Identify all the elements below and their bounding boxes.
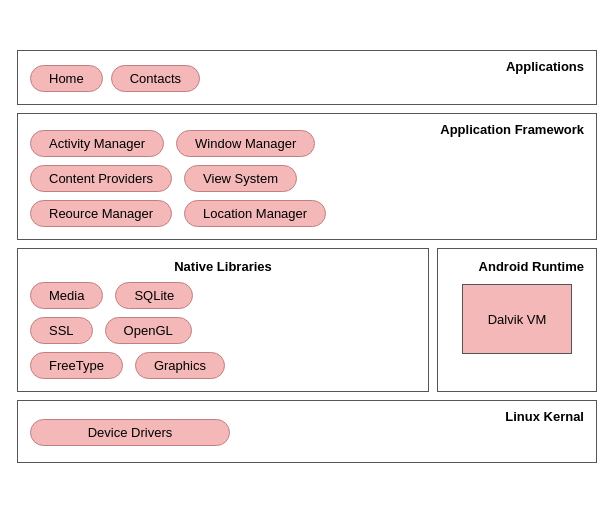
sqlite-pill: SQLite bbox=[115, 282, 193, 309]
appframework-row-2: Content Providers View System bbox=[30, 165, 584, 192]
media-pill: Media bbox=[30, 282, 103, 309]
appframework-rows: Activity Manager Window Manager Content … bbox=[30, 130, 584, 227]
freetype-pill: FreeType bbox=[30, 352, 123, 379]
content-providers-pill: Content Providers bbox=[30, 165, 172, 192]
native-row-1: Media SQLite bbox=[30, 282, 416, 309]
dalvik-vm-box: Dalvik VM bbox=[462, 284, 572, 354]
android-architecture-diagram: Applications Home Contacts Application F… bbox=[17, 50, 597, 463]
applications-layer: Applications Home Contacts bbox=[17, 50, 597, 105]
linux-label: Linux Kernal bbox=[505, 409, 584, 424]
window-manager-pill: Window Manager bbox=[176, 130, 315, 157]
view-system-pill: View System bbox=[184, 165, 297, 192]
native-row-3: FreeType Graphics bbox=[30, 352, 416, 379]
runtime-label: Android Runtime bbox=[479, 259, 584, 274]
applications-label: Applications bbox=[506, 59, 584, 74]
resource-manager-pill: Reource Manager bbox=[30, 200, 172, 227]
ssl-pill: SSL bbox=[30, 317, 93, 344]
home-pill: Home bbox=[30, 65, 103, 92]
activity-manager-pill: Activity Manager bbox=[30, 130, 164, 157]
linux-layer: Linux Kernal Device Drivers bbox=[17, 400, 597, 463]
native-label: Native Libraries bbox=[30, 259, 416, 274]
dalvik-vm-label: Dalvik VM bbox=[488, 312, 547, 327]
appframework-label: Application Framework bbox=[440, 122, 584, 137]
runtime-layer: Android Runtime Dalvik VM bbox=[437, 248, 597, 392]
opengl-pill: OpenGL bbox=[105, 317, 192, 344]
native-row-2: SSL OpenGL bbox=[30, 317, 416, 344]
appframework-layer: Application Framework Activity Manager W… bbox=[17, 113, 597, 240]
native-layer: Native Libraries Media SQLite SSL OpenGL… bbox=[17, 248, 429, 392]
location-manager-pill: Location Manager bbox=[184, 200, 326, 227]
appframework-row-3: Reource Manager Location Manager bbox=[30, 200, 584, 227]
middle-row: Native Libraries Media SQLite SSL OpenGL… bbox=[17, 248, 597, 392]
device-drivers-pill: Device Drivers bbox=[30, 419, 230, 446]
applications-pills: Home Contacts bbox=[30, 65, 584, 92]
graphics-pill: Graphics bbox=[135, 352, 225, 379]
contacts-pill: Contacts bbox=[111, 65, 200, 92]
